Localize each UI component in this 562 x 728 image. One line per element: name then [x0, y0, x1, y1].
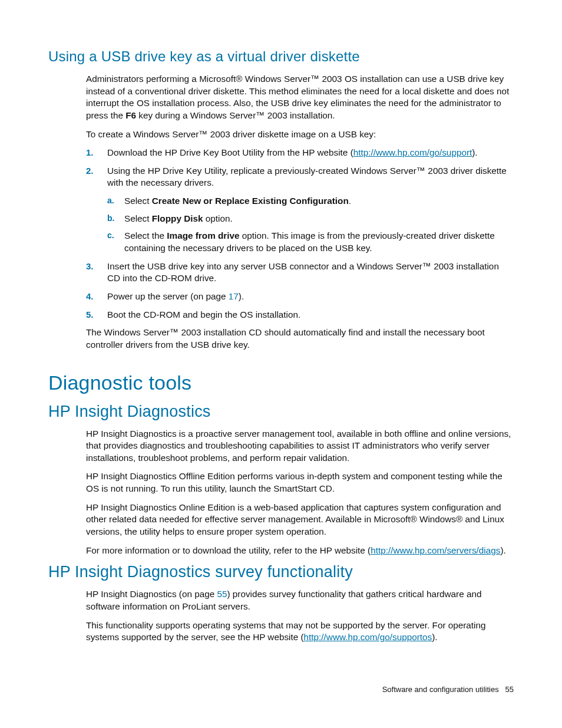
text: Power up the server (on page — [107, 291, 229, 301]
link-hp-diags[interactable]: http://www.hp.com/servers/diags — [371, 545, 500, 555]
insight-p2: HP Insight Diagnostics Offline Edition p… — [86, 470, 514, 495]
text: Select — [124, 196, 152, 206]
substep-a: a. Select Create New or Replace Existing… — [107, 195, 514, 207]
insight-p4: For more information or to download the … — [86, 545, 514, 557]
step-number: 3. — [86, 261, 94, 272]
usb-intro-paragraph: Administrators performing a Microsoft® W… — [86, 73, 514, 122]
text: For more information or to download the … — [86, 545, 371, 555]
text: ). — [432, 632, 437, 642]
survey-p2: This functionality supports operating sy… — [86, 620, 514, 644]
survey-p1: HP Insight Diagnostics (on page 55) prov… — [86, 588, 514, 612]
usb-steps-list: 1. Download the HP Drive Key Boot Utilit… — [86, 147, 514, 321]
text: Boot the CD-ROM and begin the OS install… — [107, 309, 300, 319]
link-hp-supportos[interactable]: http://www.hp.com/go/supportos — [304, 632, 432, 642]
step-5: 5. Boot the CD-ROM and begin the OS inst… — [86, 309, 514, 321]
substep-letter: c. — [107, 230, 114, 241]
page-ref-55[interactable]: 55 — [217, 589, 227, 599]
usb-section-body: Administrators performing a Microsoft® W… — [86, 73, 514, 351]
usb-create-lead: To create a Windows Server™ 2003 driver … — [86, 129, 514, 141]
text: option. — [203, 213, 232, 223]
page-ref-17[interactable]: 17 — [229, 291, 239, 301]
text: ). — [239, 291, 244, 301]
footer-section-label: Software and configuration utilities — [382, 685, 499, 694]
step-number: 2. — [86, 165, 94, 177]
footer-page-number: 55 — [505, 685, 514, 694]
text: Insert the USB drive key into any server… — [107, 261, 499, 284]
step-number: 5. — [86, 309, 94, 321]
step-number: 1. — [86, 147, 94, 159]
step-3: 3. Insert the USB drive key into any ser… — [86, 261, 514, 285]
text: key during a Windows Server™ 2003 instal… — [136, 110, 335, 120]
heading-diagnostic-tools: Diagnostic tools — [48, 371, 514, 394]
substep-b: b. Select Floppy Disk option. — [107, 213, 514, 225]
heading-hp-insight-diagnostics: HP Insight Diagnostics — [48, 403, 514, 421]
heading-insight-survey: HP Insight Diagnostics survey functional… — [48, 563, 514, 581]
step-2: 2. Using the HP Drive Key Utility, repli… — [86, 165, 514, 255]
insight-body: HP Insight Diagnostics is a proactive se… — [86, 428, 514, 557]
text: Select the — [124, 230, 167, 241]
heading-usb-drive-key: Using a USB drive key as a virtual drive… — [48, 48, 514, 65]
link-hp-support[interactable]: http://www.hp.com/go/support — [353, 147, 472, 157]
substep-c: c. Select the Image from drive option. T… — [107, 230, 514, 254]
substep-letter: b. — [107, 213, 114, 224]
text: Select — [124, 213, 152, 223]
step-4: 4. Power up the server (on page 17). — [86, 291, 514, 303]
step-number: 4. — [86, 291, 94, 302]
usb-outro: The Windows Server™ 2003 installation CD… — [86, 327, 514, 351]
page-footer: Software and configuration utilities 55 — [382, 685, 514, 694]
text: Using the HP Drive Key Utility, replicat… — [107, 166, 507, 188]
text: . — [349, 196, 351, 206]
bold-option: Floppy Disk — [152, 213, 203, 223]
text: ). — [472, 147, 477, 157]
insight-p1: HP Insight Diagnostics is a proactive se… — [86, 428, 514, 465]
text: Download the HP Drive Key Boot Utility f… — [107, 147, 353, 157]
survey-body: HP Insight Diagnostics (on page 55) prov… — [86, 588, 514, 644]
substeps-list: a. Select Create New or Replace Existing… — [107, 195, 514, 255]
text: HP Insight Diagnostics (on page — [86, 589, 217, 599]
substep-letter: a. — [107, 195, 114, 206]
insight-p3: HP Insight Diagnostics Online Edition is… — [86, 502, 514, 538]
key-f6: F6 — [125, 110, 136, 120]
text: ). — [500, 545, 505, 555]
step-1: 1. Download the HP Drive Key Boot Utilit… — [86, 147, 514, 159]
bold-option: Image from drive — [167, 230, 239, 241]
bold-option: Create New or Replace Existing Configura… — [152, 196, 349, 206]
